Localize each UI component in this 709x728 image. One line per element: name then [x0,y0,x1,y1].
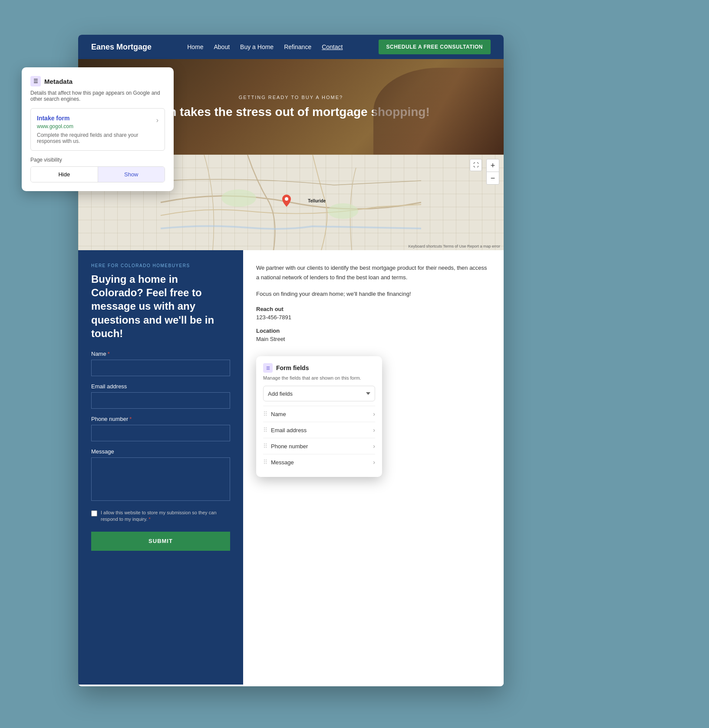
drag-handle-message-icon: ⠿ [263,459,267,466]
name-label: Name* [91,351,230,357]
field-label-email: Email address [271,427,307,433]
navbar: Eanes Mortgage Home About Buy a Home Ref… [78,35,504,59]
field-chevron-email-icon: › [373,427,375,433]
field-label-name: Name [271,411,286,417]
metadata-header: ☰ Metadata [30,76,165,86]
form-fields-icon: ☰ [263,363,273,373]
field-left-phone: ⠿ Phone number [263,443,308,450]
drag-handle-email-icon: ⠿ [263,427,267,433]
field-chevron-message-icon: › [373,459,375,466]
map-zoom-in-button[interactable]: + [487,159,499,172]
hero-hand-image [373,68,504,155]
navbar-brand: Eanes Mortgage [91,43,152,52]
metadata-panel: ☰ Metadata Details that affect how this … [22,67,174,191]
name-input[interactable] [91,360,230,376]
field-row-name[interactable]: ⠿ Name › [263,406,375,422]
field-left-message: ⠿ Message [263,459,294,466]
nav-buy-home[interactable]: Buy a Home [240,43,274,50]
map-attribution: Keyboard shortcuts Terms of Use Report a… [409,244,500,248]
phone-value: 123-456-7891 [256,314,491,321]
field-chevron-phone-icon: › [373,443,375,450]
nav-refinance[interactable]: Refinance [284,43,311,50]
svg-point-1 [328,203,358,219]
visibility-buttons: Hide Show [30,166,165,182]
field-label-message: Message [271,459,294,466]
contact-form-column: HERE FOR COLORADO HOMEBUYERS Buying a ho… [78,250,243,685]
email-input[interactable] [91,392,230,409]
form-fields-description: Manage the fields that are shown on this… [263,375,375,381]
consent-checkbox[interactable] [91,510,97,516]
field-left-name: ⠿ Name [263,410,286,417]
nav-contact[interactable]: Contact [322,43,343,50]
field-chevron-name-icon: › [373,410,375,417]
drag-handle-name-icon: ⠿ [263,410,267,417]
schedule-consultation-button[interactable]: SCHEDULE A FREE CONSULTATION [379,40,491,54]
drag-handle-phone-icon: ⠿ [263,443,267,450]
form-fields-header: ☰ Form fields [263,363,375,373]
message-label: Message [91,448,230,455]
map-zoom-controls: + − [486,159,499,185]
form-fields-title: Form fields [276,364,309,371]
field-label-phone: Phone number [271,443,308,450]
map-pin [282,195,291,208]
metadata-icon: ☰ [30,76,41,86]
metadata-title: Metadata [44,78,73,85]
expand-icon: ⛶ [473,162,478,168]
email-field-group: Email address [91,383,230,409]
phone-label: Phone number* [91,416,230,422]
metadata-card[interactable]: Intake form www.gogol.com Complete the r… [30,108,165,151]
field-row-email[interactable]: ⠿ Email address › [263,422,375,438]
submit-button[interactable]: SUBMIT [91,532,230,551]
email-label: Email address [91,383,230,390]
location-value: Main Street [256,336,491,342]
visibility-label: Page visibility [30,157,165,163]
name-field-group: Name* [91,351,230,376]
navbar-links: Home About Buy a Home Refinance Contact [187,43,343,51]
phone-field-group: Phone number* [91,416,230,441]
hide-button[interactable]: Hide [31,167,98,182]
nav-home[interactable]: Home [187,43,203,50]
field-row-message[interactable]: ⠿ Message › [263,454,375,470]
show-button[interactable]: Show [98,167,165,182]
reach-out-label: Reach out [256,306,491,312]
form-fields-panel: ☰ Form fields Manage the fields that are… [256,356,382,477]
field-row-phone[interactable]: ⠿ Phone number › [263,438,375,454]
metadata-card-desc: Complete the required fields and share y… [37,132,156,144]
metadata-card-title: Intake form [37,115,156,122]
svg-point-2 [285,197,288,201]
message-textarea[interactable] [91,457,230,501]
field-left-email: ⠿ Email address [263,427,307,433]
metadata-card-content: Intake form www.gogol.com Complete the r… [37,115,156,144]
location-label: Location [256,328,491,334]
form-heading: Buying a home in Colorado? Feel free to … [91,272,230,340]
metadata-description: Details that affect how this page appear… [30,90,165,102]
form-tagline: HERE FOR COLORADO HOMEBUYERS [91,263,230,268]
consent-checkbox-row: I allow this website to store my submiss… [91,510,230,523]
metadata-card-url: www.gogol.com [37,123,156,129]
metadata-card-chevron-icon: › [156,116,158,124]
hero-subtitle: GETTING READY TO BUY A HOME? [239,95,343,100]
nav-about[interactable]: About [214,43,230,50]
map-town-label: Telluride [308,199,326,203]
consent-label: I allow this website to store my submiss… [101,510,230,523]
add-fields-select[interactable]: Add fields [263,386,375,401]
map-zoom-out-button[interactable]: − [487,172,499,184]
info-paragraph-1: We partner with our clients to identify … [256,263,491,282]
map-expand-button[interactable]: ⛶ [470,159,482,171]
svg-point-0 [221,189,256,207]
message-field-group: Message [91,448,230,503]
phone-input[interactable] [91,425,230,441]
info-paragraph-2: Focus on finding your dream home; we'll … [256,289,491,299]
